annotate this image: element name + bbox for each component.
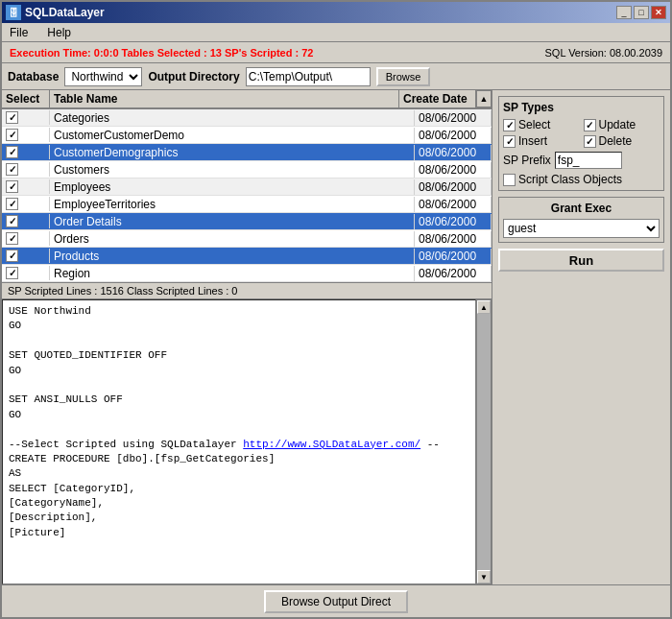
table-row[interactable]: Orders 08/06/2000	[2, 230, 492, 248]
output-area[interactable]: USE NorthwindGO SET QUOTED_IDENTIFIER OF…	[2, 299, 476, 584]
status-bar: Execution Time: 0:0:0 Tables Selected : …	[2, 42, 670, 63]
output-scroll-track	[477, 314, 491, 570]
update-label: Update	[599, 118, 636, 131]
td-select-5	[2, 197, 50, 211]
maximize-button[interactable]: □	[634, 6, 649, 19]
td-select-7	[2, 231, 50, 246]
table-header: Select Table Name Create Date ▲	[2, 90, 492, 109]
grant-exec-title: Grant Exec	[551, 202, 612, 215]
th-select: Select	[2, 90, 50, 107]
td-date-1: 08/06/2000	[415, 128, 492, 143]
table-row[interactable]: Employees 08/06/2000	[2, 179, 492, 196]
menu-help[interactable]: Help	[43, 25, 75, 40]
td-select-3	[2, 162, 50, 177]
sp-lines: SP Scripted Lines : 1516 Class Scripted …	[2, 282, 492, 299]
td-name-9: Region	[50, 266, 415, 281]
insert-label: Insert	[518, 134, 547, 148]
grant-exec-group: Grant Exec guest	[498, 197, 664, 243]
output-scroll-down[interactable]: ▼	[477, 570, 491, 583]
run-button[interactable]: Run	[498, 249, 664, 272]
table-scroll-wrapper: Categories 08/06/2000 CustomerCustomerDe…	[2, 109, 492, 282]
sp-types-group: SP Types Select Update Insert	[498, 96, 664, 191]
td-date-0: 08/06/2000	[415, 110, 492, 126]
delete-checkbox-item: Delete	[584, 134, 660, 148]
select-checkbox-item: Select	[503, 118, 580, 131]
row-checkbox-9[interactable]	[6, 267, 18, 279]
td-select-4	[2, 179, 50, 194]
td-date-8: 08/06/2000	[415, 249, 492, 264]
browse-button[interactable]: Browse	[376, 67, 431, 86]
td-name-1: CustomerCustomerDemo	[50, 128, 415, 143]
output-dir-input[interactable]	[246, 67, 371, 86]
sql-version: SQL Version: 08.00.2039	[544, 47, 662, 59]
prefix-row: SP Prefix	[503, 152, 660, 169]
th-date: Create Date	[399, 90, 476, 107]
th-name: Table Name	[50, 90, 399, 107]
td-date-6: 08/06/2000	[415, 214, 492, 229]
minimize-button[interactable]: _	[616, 6, 632, 19]
script-class-row: Script Class Objects	[503, 173, 660, 186]
table-row[interactable]: Customers 08/06/2000	[2, 161, 492, 179]
script-class-checkbox[interactable]	[503, 174, 516, 186]
td-name-2: CustomerDemographics	[50, 145, 415, 160]
output-wrapper: USE NorthwindGO SET QUOTED_IDENTIFIER OF…	[2, 299, 492, 584]
table-row[interactable]: Categories 08/06/2000	[2, 109, 492, 127]
row-checkbox-5[interactable]	[6, 198, 18, 210]
bottom-bar: Browse Output Direct	[2, 584, 670, 617]
insert-checkbox-item: Insert	[503, 134, 580, 148]
grant-exec-section: Grant Exec guest	[503, 202, 660, 238]
output-scrollbar: ▲ ▼	[476, 299, 492, 584]
database-combo[interactable]: Northwind	[64, 67, 142, 86]
td-select-8	[2, 249, 50, 263]
td-date-4: 08/06/2000	[415, 179, 492, 195]
table-area: Select Table Name Create Date ▲ Categori…	[2, 90, 492, 282]
insert-checkbox[interactable]	[503, 135, 516, 148]
row-checkbox-1[interactable]	[6, 129, 18, 141]
sp-prefix-input[interactable]	[555, 152, 622, 169]
table-row[interactable]: CustomerCustomerDemo 08/06/2000	[2, 127, 492, 144]
td-name-5: EmployeeTerritories	[50, 197, 415, 212]
right-panel: SP Types Select Update Insert	[492, 90, 670, 584]
table-row[interactable]: Region 08/06/2000	[2, 265, 492, 282]
table-row[interactable]: Order Details 08/06/2000	[2, 213, 492, 230]
browse-output-button[interactable]: Browse Output Direct	[264, 590, 408, 613]
td-name-3: Customers	[50, 162, 415, 178]
sp-types-checkboxes: Select Update Insert Delete	[503, 118, 660, 148]
td-date-5: 08/06/2000	[415, 197, 492, 212]
select-checkbox[interactable]	[503, 119, 516, 131]
scroll-up-btn[interactable]: ▲	[476, 90, 492, 107]
td-select-0	[2, 110, 50, 125]
row-checkbox-0[interactable]	[6, 111, 18, 124]
app-title: SQLDataLayer	[25, 6, 105, 19]
menu-bar: File Help	[2, 23, 670, 42]
close-button[interactable]: ✕	[651, 6, 666, 19]
table-row[interactable]: CustomerDemographics 08/06/2000	[2, 144, 492, 161]
output-link[interactable]: http://www.SQLDataLayer.com/	[243, 439, 420, 450]
row-checkbox-7[interactable]	[6, 232, 18, 245]
table-rows-container: Categories 08/06/2000 CustomerCustomerDe…	[2, 109, 492, 282]
td-select-2	[2, 145, 50, 159]
select-label: Select	[518, 118, 550, 131]
menu-file[interactable]: File	[6, 25, 32, 40]
row-checkbox-3[interactable]	[6, 163, 18, 176]
update-checkbox-item: Update	[584, 118, 660, 131]
sp-types-title: SP Types	[503, 101, 660, 114]
update-checkbox[interactable]	[584, 119, 596, 131]
table-row[interactable]: Products 08/06/2000	[2, 248, 492, 265]
row-checkbox-8[interactable]	[6, 250, 18, 262]
table-row[interactable]: EmployeeTerritories 08/06/2000	[2, 196, 492, 213]
row-checkbox-4[interactable]	[6, 180, 18, 193]
grant-exec-select[interactable]: guest	[503, 219, 660, 238]
title-bar-left: 🗄 SQLDataLayer	[6, 5, 105, 20]
delete-checkbox[interactable]	[584, 135, 596, 148]
script-class-label: Script Class Objects	[518, 173, 622, 186]
execution-status: Execution Time: 0:0:0 Tables Selected : …	[10, 47, 313, 59]
row-checkbox-2[interactable]	[6, 146, 18, 158]
title-bar: 🗄 SQLDataLayer _ □ ✕	[2, 2, 670, 23]
td-name-7: Orders	[50, 231, 415, 247]
td-select-9	[2, 266, 50, 280]
output-scroll-up[interactable]: ▲	[477, 300, 491, 314]
delete-label: Delete	[599, 134, 633, 148]
row-checkbox-6[interactable]	[6, 215, 18, 227]
td-name-4: Employees	[50, 179, 415, 195]
